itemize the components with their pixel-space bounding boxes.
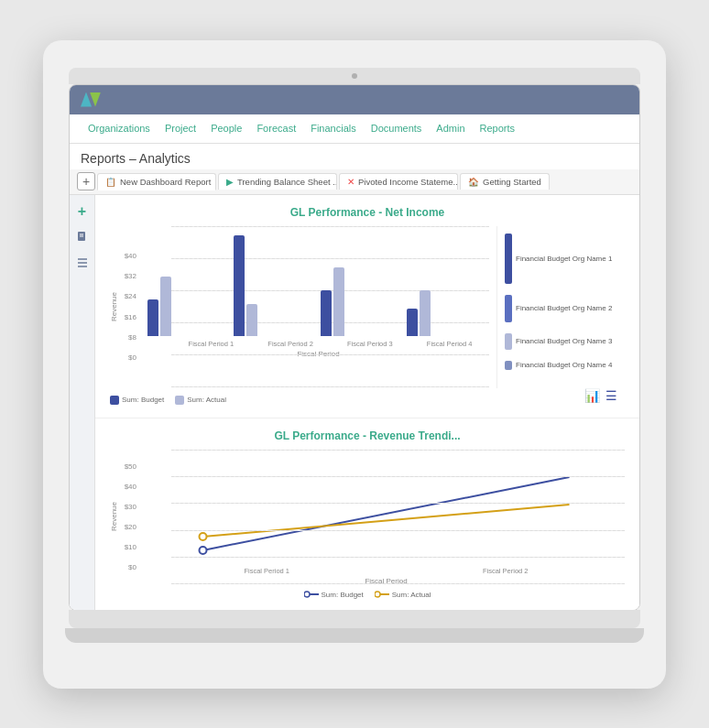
right-legend-label-2: Financial Budget Org Name 2	[516, 304, 612, 312]
sidebar-add-icon[interactable]: +	[73, 202, 92, 221]
main-content: +	[70, 195, 639, 610]
nav-item-reports[interactable]: Reports	[473, 123, 523, 134]
legend-budget: Sum: Budget	[110, 396, 164, 405]
tab-icon-pivoted: ✕	[347, 177, 354, 187]
right-legend-label-3: Financial Budget Org Name 3	[516, 337, 612, 345]
app-logo	[81, 92, 101, 107]
bar-budget-p3	[321, 290, 332, 336]
tabs-bar: + 📋 New Dashboard Report ▶ Trending Bala…	[70, 169, 639, 195]
page-title-bar: Reports – Analytics	[70, 144, 639, 169]
left-sidebar: +	[70, 195, 95, 610]
right-legend-item-2: Financial Budget Org Name 2	[505, 295, 617, 322]
charts-area: GL Performance - Net Income Revenue $40 …	[95, 195, 639, 610]
nav-bar: Organizations Project People Forecast Fi…	[70, 114, 639, 144]
chart-list-view-btn[interactable]: ☰	[605, 388, 617, 403]
bar-budget-p4	[407, 309, 418, 336]
legend-actual-label: Sum: Actual	[187, 396, 226, 404]
right-legend-label-4: Financial Budget Org Name 4	[516, 361, 612, 369]
line-legend-actual: Sum: Actual	[375, 591, 431, 599]
legend-actual: Sum: Actual	[175, 396, 226, 405]
page-title: Reports – Analytics	[81, 151, 191, 166]
bar-group-period3	[321, 267, 403, 336]
chart-bar-view-btn[interactable]: 📊	[584, 388, 600, 403]
laptop-screen: Organizations Project People Forecast Fi…	[69, 84, 640, 611]
add-tab-button[interactable]: +	[77, 172, 95, 190]
bar-chart-area: Revenue $40 $32 $24 $16 $8 $0	[110, 226, 625, 388]
tab-pivoted-income[interactable]: ✕ Pivoted Income Stateme...	[339, 173, 458, 190]
right-legend-label-1: Financial Budget Org Name 1	[516, 255, 612, 263]
line-chart-title: GL Performance - Revenue Trendi...	[110, 429, 625, 442]
line-chart-area: Revenue $50 $40 $30 $20 $10 $0	[110, 450, 625, 585]
sidebar-file-icon[interactable]	[73, 228, 92, 246]
bar-actual-p2	[246, 304, 257, 336]
nav-item-admin[interactable]: Admin	[429, 123, 472, 134]
tab-label-trending: Trending Balance Sheet ...	[237, 177, 337, 187]
bar-chart-inner	[147, 226, 489, 336]
line-chart-y-axis: $50 $40 $30 $20 $10 $0	[120, 462, 140, 572]
logo-left	[81, 92, 92, 107]
legend-budget-label: Sum: Budget	[122, 396, 164, 404]
line-chart-plot: Fiscal Period 1 Fiscal Period 2 Fiscal P…	[147, 450, 625, 585]
laptop-top-bar	[69, 68, 640, 84]
tab-trending-balance[interactable]: ▶ Trending Balance Sheet ...	[218, 173, 337, 190]
bar-chart-y-axis: $40 $32 $24 $16 $8 $0	[120, 252, 140, 362]
line-gridlines	[171, 450, 625, 585]
bar-actual-p4	[420, 290, 431, 336]
line-chart-container: GL Performance - Revenue Trendi... Reven…	[95, 418, 639, 610]
nav-item-forecast[interactable]: Forecast	[249, 123, 303, 134]
laptop-base	[69, 610, 640, 628]
sidebar-list-icon[interactable]	[73, 254, 92, 272]
logo-right	[90, 92, 101, 107]
tab-icon-getting-started: 🏠	[468, 177, 479, 187]
tab-label-getting-started: Getting Started	[483, 177, 541, 187]
chart-controls: 📊 ☰	[577, 385, 625, 407]
tab-getting-started[interactable]: 🏠 Getting Started	[460, 173, 550, 190]
bar-chart-container: GL Performance - Net Income Revenue $40 …	[95, 195, 639, 418]
right-legend-item-3: Financial Budget Org Name 3	[505, 333, 617, 350]
nav-item-people[interactable]: People	[203, 123, 249, 134]
svg-point-11	[375, 592, 380, 597]
bar-actual-p1	[160, 277, 171, 336]
tab-new-dashboard[interactable]: 📋 New Dashboard Report	[97, 173, 216, 190]
nav-item-documents[interactable]: Documents	[364, 123, 430, 134]
line-chart-y-title: Revenue	[110, 502, 118, 531]
line-legend-actual-label: Sum: Actual	[392, 591, 431, 599]
tab-label-pivoted: Pivoted Income Stateme...	[358, 177, 458, 187]
camera-dot	[352, 73, 357, 79]
tab-label-new-dashboard: New Dashboard Report	[120, 177, 211, 187]
line-legend-budget-label: Sum: Budget	[322, 591, 364, 599]
right-legend: Financial Budget Org Name 1 Financial Bu…	[496, 226, 625, 388]
right-legend-item-1: Financial Budget Org Name 1	[505, 234, 617, 284]
bar-chart-bars: Fiscal Period 1 Fiscal Period 2 Fiscal P…	[147, 226, 489, 388]
laptop-frame: Organizations Project People Forecast Fi…	[43, 40, 666, 689]
bar-chart-footer: Sum: Budget Sum: Actual 📊 ☰	[110, 388, 625, 407]
nav-item-project[interactable]: Project	[158, 123, 203, 134]
tab-icon-trending: ▶	[226, 177, 234, 187]
app-header	[70, 85, 639, 114]
nav-item-organizations[interactable]: Organizations	[81, 123, 158, 134]
bar-group-period4	[407, 290, 489, 336]
svg-point-9	[304, 592, 310, 597]
bar-chart-y-axis-title: Revenue	[110, 292, 118, 321]
bar-group-period1	[147, 277, 230, 336]
bar-group-period2	[234, 235, 316, 336]
bar-chart-legend: Sum: Budget Sum: Actual	[110, 396, 226, 405]
line-chart-legend: Sum: Budget Sum: Actual	[110, 591, 625, 599]
line-legend-budget: Sum: Budget	[304, 591, 364, 599]
bar-actual-p3	[333, 267, 344, 336]
bar-budget-p2	[234, 235, 245, 336]
bar-chart-title: GL Performance - Net Income	[110, 206, 625, 219]
nav-item-financials[interactable]: Financials	[303, 123, 364, 134]
bar-budget-p1	[147, 299, 158, 336]
tab-icon-new-dashboard: 📋	[105, 177, 116, 187]
right-legend-item-4: Financial Budget Org Name 4	[505, 361, 617, 370]
laptop-bottom	[65, 628, 644, 643]
